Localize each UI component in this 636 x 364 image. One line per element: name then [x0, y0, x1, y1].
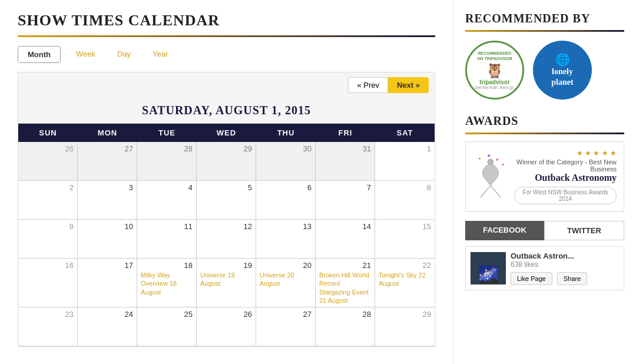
cell-date: 7: [319, 183, 371, 192]
calendar-cell[interactable]: 9: [18, 220, 78, 258]
tripadvisor-tagline: Get the truth. then go.: [475, 85, 515, 90]
cell-date: 5: [200, 183, 252, 192]
award-logo: ✦ ✦ ✦ ✦: [473, 153, 508, 200]
calendar-cell[interactable]: 14: [316, 220, 375, 258]
calendar-cell[interactable]: 5: [197, 181, 256, 219]
cell-date: 10: [81, 222, 133, 231]
cell-date: 26: [200, 310, 252, 319]
facebook-tab[interactable]: FACEBOOK: [465, 221, 544, 240]
calendar: « Prev Next » SATURDAY, AUGUST 1, 2015 S…: [18, 72, 435, 347]
calendar-weeks: 262728293031123456789101112131415161718M…: [18, 142, 435, 346]
calendar-cell[interactable]: 25: [137, 307, 197, 346]
fb-like-button[interactable]: Like Page: [511, 272, 552, 285]
tab-week[interactable]: Week: [67, 46, 105, 63]
cell-date: 2: [22, 183, 74, 192]
day-header-mon: MON: [78, 124, 137, 142]
fb-info: Outback Astron... 638 likes Like Page Sh…: [511, 252, 619, 285]
fb-page-name: Outback Astron...: [511, 252, 619, 260]
tripadvisor-name: tripadvisor: [479, 79, 510, 85]
calendar-date-header: SATURDAY, AUGUST 1, 2015: [18, 98, 435, 123]
fb-thumbnail: 🌌: [471, 252, 506, 284]
fb-likes: 638 likes: [511, 260, 619, 269]
lp-planet-icon: 🌐: [555, 52, 570, 67]
calendar-cell[interactable]: 30: [256, 142, 316, 180]
cell-date: 11: [141, 222, 193, 231]
cell-date: 6: [260, 183, 312, 192]
award-category: Winner of the Category - Best New Busine…: [514, 158, 617, 173]
cell-date: 21: [319, 261, 371, 270]
calendar-cell[interactable]: 22Tonight's Sky 22 August: [375, 259, 435, 307]
cell-date: 30: [260, 144, 312, 153]
cell-date: 24: [81, 310, 133, 319]
calendar-cell[interactable]: 20Universe 20 August: [256, 259, 316, 307]
calendar-cell[interactable]: 7: [316, 181, 375, 219]
fb-actions: Like Page Share: [511, 272, 619, 285]
calendar-cell[interactable]: 12: [197, 220, 256, 258]
calendar-event[interactable]: Tonight's Sky 22 August: [379, 271, 431, 288]
calendar-cell[interactable]: 15: [375, 220, 435, 258]
calendar-cell[interactable]: 3: [78, 181, 137, 219]
calendar-cell[interactable]: 29: [197, 142, 256, 180]
calendar-cell[interactable]: 11: [137, 220, 197, 258]
calendar-cell[interactable]: 31: [316, 142, 375, 180]
calendar-cell[interactable]: 16: [18, 259, 78, 307]
recommenders: RECOMMENDEDON TRIPADVISOR 🦉 tripadvisor …: [465, 41, 624, 100]
tab-day[interactable]: Day: [108, 46, 140, 63]
cell-date: 16: [22, 261, 74, 270]
day-headers: SUN MON TUE WED THU FRI SAT: [18, 124, 435, 142]
fb-share-button[interactable]: Share: [557, 272, 587, 285]
calendar-cell[interactable]: 28: [137, 142, 197, 180]
prev-button[interactable]: « Prev: [348, 77, 388, 93]
calendar-event[interactable]: Universe 20 August: [260, 271, 312, 288]
twitter-tab[interactable]: TWITTER: [544, 221, 624, 240]
social-tabs: FACEBOOK TWITTER: [465, 221, 624, 240]
recommended-title: RECOMMENDED BY: [465, 12, 624, 25]
calendar-cell[interactable]: 2: [18, 181, 78, 219]
calendar-cell[interactable]: 27: [256, 307, 316, 346]
calendar-cell[interactable]: 26: [18, 142, 78, 180]
calendar-cell[interactable]: 6: [256, 181, 316, 219]
fb-thumb-image: 🌌: [478, 265, 499, 284]
calendar-event[interactable]: Broken Hill World Record Stargazing Even…: [319, 271, 371, 305]
tab-year[interactable]: Year: [143, 46, 177, 63]
tab-month[interactable]: Month: [18, 46, 61, 63]
calendar-cell[interactable]: 29: [375, 307, 435, 346]
svg-text:✦: ✦: [495, 157, 499, 163]
calendar-cell[interactable]: 28: [316, 307, 375, 346]
next-button[interactable]: Next »: [388, 77, 429, 93]
calendar-cell[interactable]: 1: [375, 142, 435, 180]
award-sub: For West NSW Business Awards 2014: [514, 187, 617, 204]
award-text: ★ ★ ★ ★ ★ Winner of the Category - Best …: [514, 149, 617, 204]
cell-date: 29: [379, 310, 431, 319]
cell-date: 1: [379, 144, 431, 153]
svg-text:✦: ✦: [478, 156, 482, 161]
calendar-cell[interactable]: 23: [18, 307, 78, 346]
calendar-event[interactable]: Milky Way Overview 18 August: [141, 271, 193, 296]
calendar-cell[interactable]: 21Broken Hill World Record Stargazing Ev…: [316, 259, 375, 307]
view-tabs: Month Week Day Year: [18, 46, 435, 63]
cell-date: 15: [379, 222, 431, 231]
day-header-thu: THU: [256, 124, 316, 142]
awards-title: AWARDS: [465, 114, 624, 128]
recommended-divider: [465, 30, 624, 32]
calendar-cell[interactable]: 27: [78, 142, 137, 180]
cell-date: 22: [379, 261, 431, 270]
sidebar: RECOMMENDED BY RECOMMENDEDON TRIPADVISOR…: [453, 0, 636, 364]
calendar-cell[interactable]: 26: [197, 307, 256, 346]
calendar-cell[interactable]: 13: [256, 220, 316, 258]
calendar-event[interactable]: Universe 19 August: [200, 271, 252, 288]
calendar-cell[interactable]: 8: [375, 181, 435, 219]
day-header-tue: TUE: [137, 124, 197, 142]
calendar-week-4: 161718Milky Way Overview 18 August19Univ…: [18, 259, 435, 307]
award-stars: ★ ★ ★ ★ ★: [514, 149, 617, 157]
calendar-cell[interactable]: 18Milky Way Overview 18 August: [137, 259, 197, 307]
calendar-cell[interactable]: 17: [78, 259, 137, 307]
calendar-cell[interactable]: 24: [78, 307, 137, 346]
calendar-cell[interactable]: 10: [78, 220, 137, 258]
calendar-cell[interactable]: 19Universe 19 August: [197, 259, 256, 307]
calendar-cell[interactable]: 4: [137, 181, 197, 219]
tripadvisor-badge: RECOMMENDEDON TRIPADVISOR 🦉 tripadvisor …: [465, 41, 524, 100]
cell-date: 9: [22, 222, 74, 231]
cell-date: 26: [22, 144, 74, 153]
cell-date: 28: [141, 144, 193, 153]
